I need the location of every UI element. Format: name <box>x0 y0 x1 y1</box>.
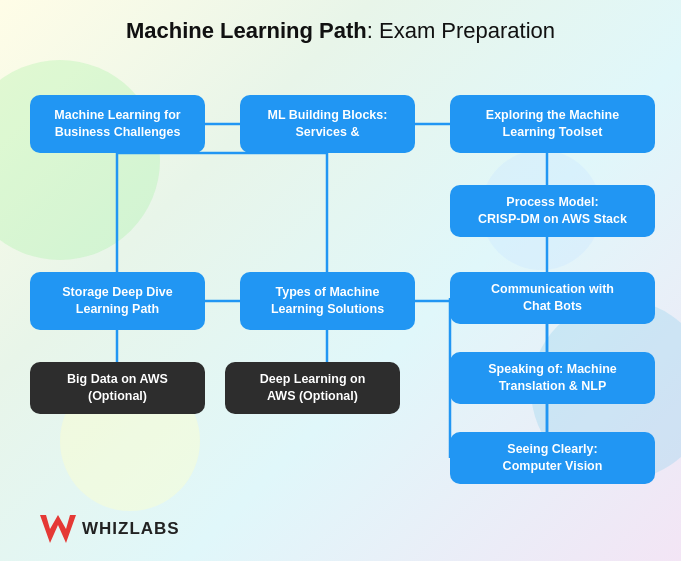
node-process-model[interactable]: Process Model: CRISP-DM on AWS Stack <box>450 185 655 237</box>
node-comm-chat[interactable]: Communication with Chat Bots <box>450 272 655 324</box>
node-ml-building[interactable]: ML Building Blocks: Services & <box>240 95 415 153</box>
node-deep-learning[interactable]: Deep Learning on AWS (Optional) <box>225 362 400 414</box>
node-ml-business[interactable]: Machine Learning for Business Challenges <box>30 95 205 153</box>
logo-text: WHIZLABS <box>82 519 180 539</box>
node-exploring[interactable]: Exploring the Machine Learning Toolset <box>450 95 655 153</box>
node-speaking-ml[interactable]: Speaking of: Machine Translation & NLP <box>450 352 655 404</box>
node-types-ml[interactable]: Types of Machine Learning Solutions <box>240 272 415 330</box>
svg-marker-20 <box>40 515 76 543</box>
node-big-data[interactable]: Big Data on AWS (Optional) <box>30 362 205 414</box>
logo: WHIZLABS <box>40 515 180 543</box>
node-seeing-clearly[interactable]: Seeing Clearly: Computer Vision <box>450 432 655 484</box>
whizlabs-logo-icon <box>40 515 76 543</box>
node-storage-deep[interactable]: Storage Deep Dive Learning Path <box>30 272 205 330</box>
